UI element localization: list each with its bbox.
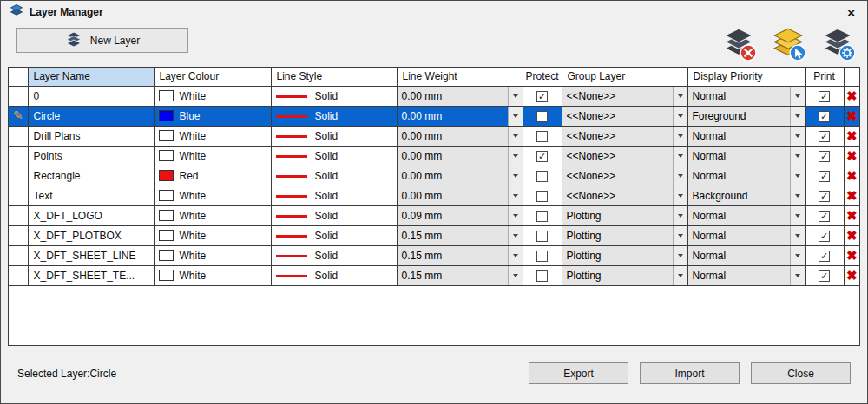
delete-row-icon[interactable]: ✖ — [846, 268, 858, 283]
layer-colour-cell[interactable]: White — [154, 205, 271, 225]
layer-name-cell[interactable]: 0 — [28, 86, 154, 106]
group-layer-select[interactable]: Plotting — [562, 226, 687, 245]
close-icon[interactable]: × — [844, 6, 858, 19]
layer-name-cell[interactable]: Circle — [28, 106, 154, 126]
line-style-cell[interactable]: Solid — [271, 106, 397, 126]
line-weight-select[interactable]: 0.00 mm — [398, 166, 523, 186]
chevron-down-icon[interactable] — [508, 166, 523, 186]
table-row[interactable]: X_DFT_SHEET_TE...WhiteSolid0.15 mmPlotti… — [9, 265, 859, 285]
layer-colour-cell[interactable]: White — [154, 245, 271, 265]
protect-checkbox[interactable] — [536, 211, 548, 222]
table-row[interactable]: PointsWhiteSolid0.00 mm✓<<None>>Normal✓✖ — [9, 146, 859, 166]
table-row[interactable]: ✎CircleBlueSolid0.00 mm<<None>>Foregroun… — [9, 106, 859, 126]
chevron-down-icon[interactable] — [673, 107, 687, 126]
layer-name-cell[interactable]: Rectangle — [28, 166, 154, 186]
layer-name-cell[interactable]: X_DFT_SHEET_LINE — [28, 245, 154, 265]
protect-checkbox[interactable] — [536, 171, 548, 182]
layer-name-cell[interactable]: X_DFT_LOGO — [28, 205, 154, 225]
delete-layers-button[interactable] — [720, 24, 758, 65]
layer-colour-cell[interactable]: White — [154, 186, 271, 205]
line-weight-select[interactable]: 0.00 mm — [398, 107, 523, 126]
chevron-down-icon[interactable] — [790, 127, 805, 146]
print-checkbox[interactable]: ✓ — [819, 151, 830, 162]
layer-colour-cell[interactable]: White — [154, 126, 271, 146]
delete-row-icon[interactable]: ✖ — [846, 208, 858, 223]
col-header-line-weight[interactable]: Line Weight — [397, 68, 523, 86]
table-row[interactable]: X_DFT_LOGOWhiteSolid0.09 mmPlottingNorma… — [9, 205, 859, 225]
chevron-down-icon[interactable] — [790, 147, 805, 166]
layer-colour-cell[interactable]: White — [154, 225, 271, 245]
select-layers-button[interactable] — [769, 24, 807, 65]
chevron-down-icon[interactable] — [508, 107, 523, 126]
group-layer-select[interactable]: <<None>> — [562, 87, 687, 106]
display-priority-select[interactable]: Normal — [688, 226, 805, 245]
print-checkbox[interactable]: ✓ — [819, 211, 830, 222]
display-priority-select[interactable]: Normal — [688, 246, 805, 265]
group-layer-select[interactable]: Plotting — [562, 206, 687, 225]
line-style-cell[interactable]: Solid — [271, 245, 397, 265]
print-checkbox[interactable]: ✓ — [819, 91, 830, 102]
chevron-down-icon[interactable] — [673, 147, 687, 166]
chevron-down-icon[interactable] — [790, 246, 805, 265]
chevron-down-icon[interactable] — [508, 266, 523, 285]
layer-settings-button[interactable] — [819, 24, 857, 65]
chevron-down-icon[interactable] — [673, 246, 687, 265]
chevron-down-icon[interactable] — [508, 127, 523, 146]
delete-row-icon[interactable]: ✖ — [846, 248, 858, 263]
display-priority-select[interactable]: Normal — [688, 206, 805, 225]
display-priority-select[interactable]: Normal — [688, 127, 805, 146]
line-weight-select[interactable]: 0.00 mm — [398, 147, 523, 166]
protect-checkbox[interactable] — [536, 270, 548, 282]
chevron-down-icon[interactable] — [508, 87, 523, 106]
print-checkbox[interactable]: ✓ — [819, 171, 830, 182]
line-style-cell[interactable]: Solid — [271, 86, 397, 106]
protect-checkbox[interactable]: ✓ — [536, 151, 548, 162]
chevron-down-icon[interactable] — [508, 246, 523, 265]
print-checkbox[interactable]: ✓ — [819, 191, 830, 202]
group-layer-select[interactable]: <<None>> — [562, 166, 687, 186]
group-layer-select[interactable]: Plotting — [562, 266, 687, 285]
line-weight-select[interactable]: 0.15 mm — [398, 226, 523, 245]
print-checkbox[interactable]: ✓ — [819, 111, 830, 122]
chevron-down-icon[interactable] — [508, 186, 523, 205]
protect-checkbox[interactable] — [536, 111, 548, 122]
col-header-display-priority[interactable]: Display Priority — [687, 68, 805, 86]
group-layer-select[interactable]: Plotting — [562, 246, 687, 265]
chevron-down-icon[interactable] — [673, 127, 687, 146]
layer-colour-cell[interactable]: White — [154, 86, 271, 106]
col-header-line-style[interactable]: Line Style — [271, 68, 397, 86]
chevron-down-icon[interactable] — [673, 226, 687, 245]
chevron-down-icon[interactable] — [508, 206, 523, 225]
delete-row-icon[interactable]: ✖ — [846, 228, 858, 243]
protect-checkbox[interactable] — [536, 231, 548, 242]
chevron-down-icon[interactable] — [673, 87, 687, 106]
display-priority-select[interactable]: Normal — [688, 87, 805, 106]
table-row[interactable]: 0WhiteSolid0.00 mm✓<<None>>Normal✓✖ — [9, 86, 859, 106]
chevron-down-icon[interactable] — [508, 226, 523, 245]
print-checkbox[interactable]: ✓ — [819, 270, 830, 282]
delete-row-icon[interactable]: ✖ — [846, 128, 858, 143]
chevron-down-icon[interactable] — [673, 166, 687, 186]
line-weight-select[interactable]: 0.00 mm — [398, 87, 523, 106]
layer-name-cell[interactable]: Text — [28, 186, 154, 205]
layer-colour-cell[interactable]: Red — [154, 166, 271, 186]
print-checkbox[interactable]: ✓ — [819, 131, 830, 142]
line-style-cell[interactable]: Solid — [271, 146, 397, 166]
delete-row-icon[interactable]: ✖ — [846, 188, 858, 203]
layer-colour-cell[interactable]: White — [154, 146, 271, 166]
table-row[interactable]: X_DFT_PLOTBOXWhiteSolid0.15 mmPlottingNo… — [9, 225, 859, 245]
table-row[interactable]: X_DFT_SHEET_LINEWhiteSolid0.15 mmPlottin… — [9, 245, 859, 265]
chevron-down-icon[interactable] — [790, 266, 805, 285]
titlebar[interactable]: Layer Manager × — [1, 1, 867, 23]
chevron-down-icon[interactable] — [790, 107, 805, 126]
display-priority-select[interactable]: Background — [688, 186, 805, 205]
print-checkbox[interactable]: ✓ — [819, 251, 830, 262]
protect-checkbox[interactable] — [536, 251, 548, 262]
group-layer-select[interactable]: <<None>> — [562, 147, 687, 166]
chevron-down-icon[interactable] — [673, 186, 687, 205]
delete-row-icon[interactable]: ✖ — [846, 168, 858, 183]
delete-row-icon[interactable]: ✖ — [846, 148, 858, 163]
display-priority-select[interactable]: Normal — [688, 266, 805, 285]
group-layer-select[interactable]: <<None>> — [562, 107, 687, 126]
line-weight-select[interactable]: 0.15 mm — [398, 266, 523, 285]
